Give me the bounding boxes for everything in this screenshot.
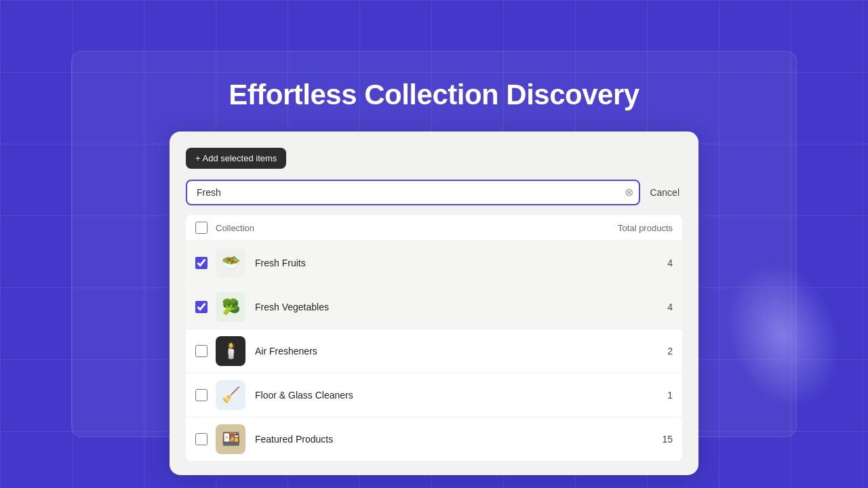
add-selected-button[interactable]: + Add selected items <box>186 148 286 169</box>
header-collection-label: Collection <box>216 223 618 233</box>
row-count: 15 <box>618 434 673 445</box>
table-row: 🍱 Featured Products 15 <box>186 418 682 462</box>
table-row: 🥗 Fresh Fruits 4 <box>186 241 682 285</box>
outer-container: Effortless Collection Discovery + Add se… <box>71 51 797 437</box>
row-checkbox[interactable] <box>195 301 208 313</box>
rows-container: 🥗 Fresh Fruits 4 🥦 Fresh Vegetables 4 🕯️… <box>186 241 682 462</box>
row-name: Fresh Fruits <box>255 258 618 268</box>
row-count: 1 <box>618 390 673 401</box>
row-thumbnail: 🕯️ <box>216 336 245 366</box>
table-row: 🧹 Floor & Glass Cleaners 1 <box>186 373 682 418</box>
row-thumbnail: 🍱 <box>216 424 245 454</box>
clear-icon[interactable]: ⊗ <box>625 187 633 198</box>
row-name: Fresh Vegetables <box>255 302 618 312</box>
main-card: + Add selected items ⊗ Cancel Collection… <box>170 131 698 475</box>
row-name: Featured Products <box>255 434 618 445</box>
table-header: Collection Total products <box>186 215 682 241</box>
cancel-button[interactable]: Cancel <box>647 183 682 202</box>
row-thumbnail: 🧹 <box>216 380 245 410</box>
table-row: 🕯️ Air Fresheners 2 <box>186 329 682 373</box>
row-checkbox[interactable] <box>195 257 208 269</box>
search-input[interactable] <box>186 180 640 205</box>
page-title: Effortless Collection Discovery <box>229 79 639 111</box>
header-total-label: Total products <box>618 223 673 233</box>
row-checkbox[interactable] <box>195 389 208 401</box>
row-checkbox[interactable] <box>195 345 208 357</box>
row-name: Floor & Glass Cleaners <box>255 390 618 401</box>
row-count: 4 <box>618 302 673 312</box>
search-row: ⊗ Cancel <box>186 180 682 205</box>
row-thumbnail: 🥗 <box>216 248 245 278</box>
row-count: 2 <box>618 346 673 357</box>
select-all-checkbox[interactable] <box>195 222 208 234</box>
row-checkbox[interactable] <box>195 433 208 445</box>
collection-table: Collection Total products 🥗 Fresh Fruits… <box>186 215 682 462</box>
row-name: Air Fresheners <box>255 346 618 357</box>
table-row: 🥦 Fresh Vegetables 4 <box>186 285 682 329</box>
row-thumbnail: 🥦 <box>216 292 245 322</box>
row-count: 4 <box>618 258 673 268</box>
search-box: ⊗ <box>186 180 640 205</box>
